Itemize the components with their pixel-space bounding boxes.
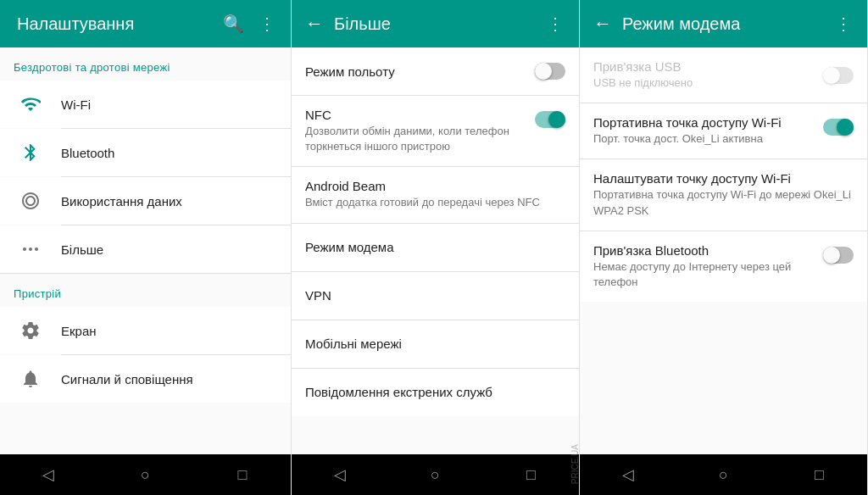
right-panel-content: Прив'язка USB USB не підключено Портатив…	[580, 47, 867, 454]
wireless-section-header: Бездротові та дротові мережі	[0, 47, 291, 81]
bluetooth-icon	[14, 142, 47, 163]
bell-icon	[14, 369, 47, 389]
right-back-nav-button[interactable]: ◁	[603, 454, 654, 495]
left-panel-content: Бездротові та дротові мережі Wi-Fi Bluet…	[0, 47, 291, 454]
svg-point-0	[23, 248, 26, 251]
left-bottom-nav: ◁ ○ □	[0, 454, 291, 495]
sidebar-item-data-usage[interactable]: Використання даних	[0, 177, 291, 225]
usb-tethering-item[interactable]: Прив'язка USB USB не підключено	[580, 47, 867, 103]
emergency-text: Повідомлення екстрених служб	[305, 385, 565, 399]
usb-tethering-title: Прив'язка USB	[593, 59, 823, 74]
mid-bottom-nav: ◁ ○ □	[292, 454, 579, 495]
mid-more-options-icon[interactable]: ⋮	[545, 14, 565, 34]
bluetooth-item-title: Bluetooth	[61, 146, 277, 160]
right-more-options-icon[interactable]: ⋮	[833, 14, 854, 34]
right-back-button[interactable]: ←	[593, 13, 612, 35]
wifi-item-title: Wi-Fi	[61, 97, 277, 112]
more-panel: ← Більше ⋮ Режим польоту NFC Доз	[292, 0, 580, 495]
recent-nav-button[interactable]: □	[217, 454, 268, 495]
mid-topbar: ← Більше ⋮	[292, 0, 579, 47]
flight-mode-item[interactable]: Режим польоту	[292, 47, 579, 95]
back-nav-button[interactable]: ◁	[23, 454, 74, 495]
more-item-title: Більше	[61, 242, 277, 257]
search-icon[interactable]: 🔍	[223, 14, 243, 34]
nfc-item[interactable]: NFC Дозволити обмін даними, коли телефон…	[292, 96, 579, 166]
mid-recent-nav-button[interactable]: □	[506, 454, 557, 495]
data-usage-item-text: Використання даних	[61, 194, 277, 209]
usb-tethering-text: Прив'язка USB USB не підключено	[593, 59, 823, 91]
configure-hotspot-text: Налаштувати точку доступу Wi-Fi Портатив…	[593, 171, 854, 218]
screen-icon	[14, 320, 47, 341]
svg-point-2	[35, 248, 38, 251]
mid-back-button[interactable]: ←	[305, 13, 324, 35]
android-beam-title: Android Beam	[305, 179, 565, 193]
tethering-item[interactable]: Режим модема	[292, 224, 579, 271]
bluetooth-item-text: Bluetooth	[61, 146, 277, 160]
right-topbar-title: Режим модема	[622, 14, 833, 34]
tethering-panel: ← Режим модема ⋮ Прив'язка USB USB не пі…	[580, 0, 868, 495]
more-options-icon[interactable]: ⋮	[257, 14, 277, 34]
wifi-hotspot-title: Портативна точка доступу Wi-Fi	[593, 115, 823, 130]
bt-tethering-toggle[interactable]	[823, 247, 854, 264]
configure-hotspot-subtitle: Портативна точка доступу Wi-Fi до мережі…	[593, 187, 854, 218]
left-topbar: Налаштування 🔍 ⋮	[0, 0, 291, 47]
right-topbar-icons: ⋮	[833, 14, 854, 34]
right-bottom-nav: ◁ ○ □	[580, 454, 867, 495]
wifi-hotspot-toggle-knob	[837, 119, 854, 136]
vpn-item[interactable]: VPN	[292, 272, 579, 320]
notifications-item-title: Сигнали й сповіщення	[61, 372, 277, 387]
right-topbar: ← Режим модема ⋮	[580, 0, 867, 47]
mobile-networks-title: Мобільні мережі	[305, 336, 565, 351]
bt-tethering-toggle-knob	[823, 247, 840, 264]
android-beam-item[interactable]: Android Beam Вміст додатка готовий до пе…	[292, 167, 579, 222]
flight-mode-title: Режим польоту	[305, 64, 535, 79]
left-topbar-icons: 🔍 ⋮	[223, 14, 277, 34]
emergency-item[interactable]: Повідомлення екстрених служб	[292, 369, 579, 416]
mid-back-nav-button[interactable]: ◁	[314, 454, 365, 495]
mid-panel-content: Режим польоту NFC Дозволити обмін даними…	[292, 47, 579, 454]
home-nav-button[interactable]: ○	[120, 454, 170, 495]
svg-point-1	[29, 248, 32, 251]
configure-hotspot-item[interactable]: Налаштувати точку доступу Wi-Fi Портатив…	[580, 159, 867, 230]
wifi-hotspot-subtitle: Порт. точка дост. Okei_Li активна	[593, 131, 823, 147]
usb-tethering-toggle-knob	[823, 67, 840, 84]
sidebar-item-notifications[interactable]: Сигнали й сповіщення	[0, 355, 291, 403]
tethering-text: Режим модема	[305, 240, 565, 254]
sidebar-item-bluetooth[interactable]: Bluetooth	[0, 129, 291, 176]
vpn-text: VPN	[305, 288, 565, 303]
emergency-title: Повідомлення екстрених служб	[305, 385, 565, 399]
wifi-item-text: Wi-Fi	[61, 97, 277, 112]
mobile-networks-item[interactable]: Мобільні мережі	[292, 320, 579, 368]
android-beam-text: Android Beam Вміст додатка готовий до пе…	[305, 179, 565, 210]
wifi-hotspot-item[interactable]: Портативна точка доступу Wi-Fi Порт. точ…	[580, 103, 867, 159]
bt-tethering-title: Прив'язка Bluetooth	[593, 243, 823, 258]
mid-home-nav-button[interactable]: ○	[410, 454, 461, 495]
right-recent-nav-button[interactable]: □	[794, 454, 845, 495]
more-item-text: Більше	[61, 242, 277, 257]
nfc-toggle[interactable]	[535, 111, 565, 128]
nfc-toggle-knob	[548, 111, 565, 128]
bt-tethering-text: Прив'язка Bluetooth Немає доступу до Інт…	[593, 243, 823, 290]
mobile-networks-text: Мобільні мережі	[305, 336, 565, 351]
sidebar-item-wifi[interactable]: Wi-Fi	[0, 81, 291, 128]
more-icon	[14, 239, 47, 259]
nfc-title: NFC	[305, 108, 535, 122]
screen-item-text: Екран	[61, 324, 277, 338]
vpn-title: VPN	[305, 288, 565, 303]
left-topbar-title: Налаштування	[17, 14, 223, 34]
wifi-hotspot-toggle[interactable]	[823, 119, 854, 136]
flight-mode-toggle-knob	[535, 63, 552, 80]
right-home-nav-button[interactable]: ○	[698, 454, 749, 495]
sidebar-item-screen[interactable]: Екран	[0, 307, 291, 354]
bt-tethering-item[interactable]: Прив'язка Bluetooth Немає доступу до Інт…	[580, 231, 867, 302]
device-section-header: Пристрій	[0, 274, 291, 307]
mid-topbar-title: Більше	[334, 14, 545, 34]
wifi-icon	[14, 94, 47, 114]
usb-tethering-subtitle: USB не підключено	[593, 75, 823, 91]
data-usage-icon	[14, 191, 47, 211]
bt-tethering-subtitle: Немає доступу до Інтернету через цей тел…	[593, 259, 823, 290]
data-usage-item-title: Використання даних	[61, 194, 277, 209]
flight-mode-toggle[interactable]	[535, 63, 565, 80]
nfc-text: NFC Дозволити обмін даними, коли телефон…	[305, 108, 535, 154]
sidebar-item-more[interactable]: Більше	[0, 225, 291, 273]
